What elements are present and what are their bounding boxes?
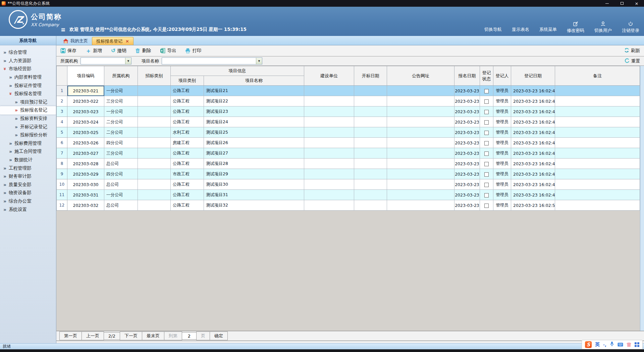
reg-status-checkbox[interactable] — [484, 120, 489, 125]
last-page-button[interactable]: 最末页 — [142, 332, 164, 340]
cell[interactable]: 2023-03-23 16:02:47 — [511, 159, 555, 169]
cell[interactable]: 2023-03-23 16:02:45 — [511, 127, 555, 138]
cell[interactable]: 公路工程 — [171, 117, 204, 127]
cell[interactable]: 四分公司 — [104, 138, 138, 148]
cell[interactable] — [354, 169, 387, 179]
cell[interactable] — [387, 179, 454, 190]
col-header-registrar[interactable]: 登记人 — [493, 66, 511, 86]
col-header-reg-status[interactable]: 登记状态 — [480, 66, 493, 86]
cell[interactable]: 2023-03-23 — [454, 159, 480, 169]
maximize-button[interactable] — [614, 0, 629, 7]
row-number[interactable]: 10 — [57, 179, 67, 190]
cell[interactable] — [387, 190, 454, 200]
nav-switch-user[interactable]: 切换用户 — [594, 21, 612, 34]
cell[interactable]: 测试项目21 — [204, 86, 304, 96]
col-header-rownum[interactable] — [57, 66, 67, 86]
col-header-name[interactable]: 项目名称 — [204, 76, 304, 86]
reg-status-cell[interactable] — [480, 190, 493, 200]
sidebar-item-投标证件管理[interactable]: »投标证件管理 — [0, 81, 56, 90]
cell[interactable] — [555, 86, 640, 96]
cell[interactable]: 测试项目26 — [204, 138, 304, 148]
cell[interactable] — [138, 200, 171, 211]
cell[interactable]: 2023-03-23 — [454, 106, 480, 117]
sidebar-item-物资设备部[interactable]: »物资设备部 — [0, 189, 56, 197]
cell[interactable] — [555, 190, 640, 200]
cell[interactable]: 一分公司 — [104, 106, 138, 117]
col-header-builder[interactable]: 建设单位 — [304, 66, 354, 86]
reg-status-checkbox[interactable] — [484, 110, 489, 114]
cell[interactable] — [138, 138, 171, 148]
row-number[interactable]: 3 — [57, 106, 67, 117]
cell[interactable] — [555, 117, 640, 127]
reg-status-cell[interactable] — [480, 200, 493, 211]
cell[interactable]: 测试项目29 — [204, 169, 304, 179]
cell[interactable]: 公路工程 — [171, 96, 204, 106]
reg-status-cell[interactable] — [480, 96, 493, 106]
cell[interactable] — [138, 148, 171, 159]
sidebar-item-投标报名登记[interactable]: »投标报名登记 — [0, 106, 56, 115]
cell[interactable]: 总公司 — [104, 179, 138, 190]
cell[interactable] — [387, 200, 454, 211]
cell[interactable]: 2023-03-23 16:02:49 — [511, 190, 555, 200]
table-row[interactable]: 5202303-025二分公司水利工程测试项目252023-03-23管理员20… — [57, 127, 640, 138]
tab-close-icon[interactable]: × — [125, 39, 129, 44]
cell[interactable]: 202303-032 — [67, 200, 104, 211]
keyboard-icon[interactable] — [618, 342, 623, 348]
sidebar-item-施工合同管理[interactable]: »施工合同管理 — [0, 147, 56, 156]
reset-button[interactable]: 重置 — [625, 58, 640, 64]
row-number[interactable]: 8 — [57, 159, 67, 169]
cell[interactable]: 公路工程 — [171, 159, 204, 169]
cell[interactable] — [138, 96, 171, 106]
org-filter-input[interactable] — [81, 58, 125, 64]
row-number[interactable]: 12 — [57, 200, 67, 211]
cell[interactable]: 管理员 — [493, 179, 511, 190]
cell[interactable]: 202303-021 — [67, 86, 104, 96]
cell[interactable] — [555, 138, 640, 148]
sidebar-item-数据统计[interactable]: »数据统计 — [0, 156, 56, 164]
cell[interactable] — [387, 159, 454, 169]
col-header-bid-type[interactable]: 招标类别 — [138, 66, 171, 86]
cell[interactable]: 2023-03-23 16:02:48 — [511, 169, 555, 179]
cell[interactable] — [138, 169, 171, 179]
col-header-notice-url[interactable]: 公告网址 — [387, 66, 454, 86]
cell[interactable]: 2023-03-23 16:02:44 — [511, 106, 555, 117]
cell[interactable] — [387, 86, 454, 96]
row-number[interactable]: 1 — [57, 86, 67, 96]
cell[interactable]: 2023-03-23 — [454, 138, 480, 148]
cell[interactable]: 四分公司 — [104, 169, 138, 179]
next-page-button[interactable]: 下一页 — [120, 332, 142, 340]
cell[interactable] — [555, 200, 640, 211]
cell[interactable]: 管理员 — [493, 200, 511, 211]
cell[interactable]: 管理员 — [493, 86, 511, 96]
reg-status-cell[interactable] — [480, 106, 493, 117]
cell[interactable] — [354, 138, 387, 148]
reg-status-checkbox[interactable] — [484, 183, 489, 187]
cell[interactable]: 管理员 — [493, 138, 511, 148]
sidebar-item-综合办公室[interactable]: »综合办公室 — [0, 197, 56, 206]
chevron-down-icon[interactable]: ▼ — [256, 58, 262, 64]
reg-status-cell[interactable] — [480, 169, 493, 179]
row-number[interactable]: 9 — [57, 169, 67, 179]
cell[interactable]: 管理员 — [493, 190, 511, 200]
reg-status-cell[interactable] — [480, 148, 493, 159]
cell[interactable]: 公路工程 — [171, 86, 204, 96]
sidebar-item-投标资料安排[interactable]: »投标资料安排 — [0, 115, 56, 123]
undo-button[interactable]: ↺ 撤销 — [111, 48, 126, 54]
chevron-down-icon[interactable]: ▼ — [125, 58, 131, 64]
project-filter-input[interactable] — [162, 58, 256, 64]
table-row[interactable]: 6202303-026四分公司房建工程测试项目262023-03-23管理员20… — [57, 138, 640, 148]
cell[interactable]: 管理员 — [493, 159, 511, 169]
cell[interactable] — [138, 159, 171, 169]
cell[interactable]: 公路工程 — [171, 179, 204, 190]
cell[interactable] — [304, 159, 354, 169]
table-row[interactable]: 8202303-028总公司公路工程测试项目282023-03-23管理员202… — [57, 159, 640, 169]
cell[interactable]: 管理员 — [493, 117, 511, 127]
cell[interactable] — [387, 169, 454, 179]
cell[interactable]: 2023-03-23 — [454, 148, 480, 159]
row-number[interactable]: 11 — [57, 190, 67, 200]
cell[interactable]: 管理员 — [493, 106, 511, 117]
sidebar-item-财务审计部[interactable]: »财务审计部 — [0, 172, 56, 181]
sidebar-item-投标报名管理[interactable]: »投标报名管理 — [0, 90, 56, 98]
cell[interactable] — [555, 179, 640, 190]
table-row[interactable]: 4202303-024二分公司公路工程测试项目242023-03-23管理员20… — [57, 117, 640, 127]
